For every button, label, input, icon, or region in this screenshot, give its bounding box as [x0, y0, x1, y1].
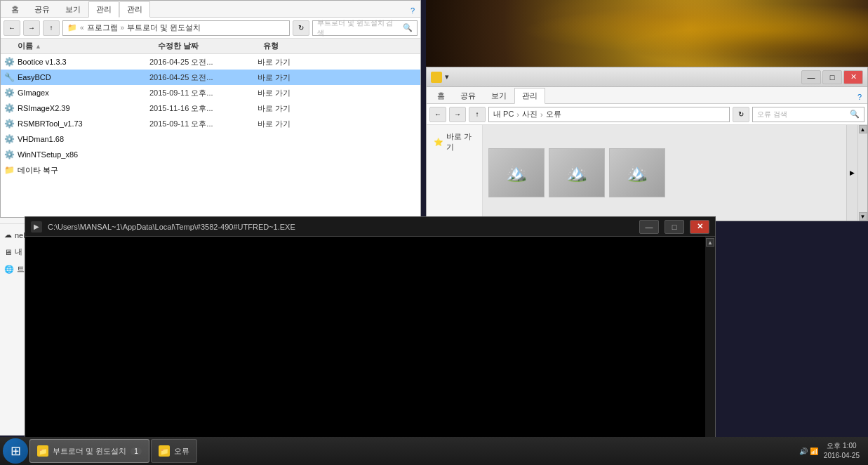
photo-tab-manage[interactable]: 관리	[514, 88, 545, 104]
photo-background-overlay	[426, 0, 868, 67]
file-row-winntsetup[interactable]: ⚙️ WinNTSetup_x86	[1, 147, 420, 162]
photo-back-button[interactable]: ←	[429, 107, 446, 122]
photo-sidebar-item-shortcut[interactable]: ⭐ 바로 가기	[429, 128, 479, 156]
search-icon: 🔍	[403, 23, 413, 32]
photo-close-button[interactable]: ✕	[843, 70, 863, 84]
pc-icon: 🖥	[4, 248, 12, 256]
file-icon-vhdman: ⚙️	[4, 133, 15, 145]
search-box[interactable]: 부트로더 및 윈도설치 검색 🔍	[312, 20, 418, 36]
tab-share[interactable]: 공유	[27, 1, 58, 17]
forward-button[interactable]: →	[23, 20, 40, 36]
address-path[interactable]: 📁 « 프로그램 » 부트로더 및 윈도설치	[62, 20, 290, 36]
taskbar-clock[interactable]: 오후 1:00 2016-04-25	[824, 441, 860, 461]
tab-manage1[interactable]: 관리	[88, 1, 119, 18]
photo-path-photos: 사진	[522, 109, 538, 119]
terminal-body[interactable]: ▲ ▼	[25, 237, 715, 461]
photo-forward-button[interactable]: →	[449, 107, 466, 122]
photo-address-path[interactable]: 내 PC › 사진 › 오류	[488, 107, 730, 122]
file-row-bootice[interactable]: ⚙️ Bootice v1.3.3 2016-04-25 오전... 바로 가기	[1, 54, 420, 70]
taskbar-item-bootloader[interactable]: 📁 부트로더 및 윈도설치 1	[29, 439, 149, 463]
file-type-rsimagex: 바로 가기	[258, 103, 314, 114]
terminal-close-button[interactable]: ✕	[690, 220, 709, 234]
photo-up-button[interactable]: ↑	[469, 107, 486, 122]
photo-tab-home[interactable]: 홈	[429, 88, 453, 103]
taskbar-item-error[interactable]: 📁 오류	[151, 439, 197, 463]
file-row-gimagex[interactable]: ⚙️ GImagex 2015-09-11 오후... 바로 가기	[1, 85, 420, 100]
photo-sidebar: ⭐ 바로 가기	[427, 125, 483, 221]
col-header-type[interactable]: 유형	[263, 41, 319, 51]
file-type-gimagex: 바로 가기	[258, 88, 314, 98]
file-icon-gimagex: ⚙️	[4, 87, 15, 98]
help-button[interactable]: ?	[405, 4, 420, 17]
search-placeholder-text: 부트로더 및 윈도설치 검색	[317, 18, 400, 38]
file-icon-rsmbrtool: ⚙️	[4, 118, 15, 129]
col-header-name[interactable]: 이름 ▲	[18, 41, 158, 51]
photo-address-bar: ← → ↑ 내 PC › 사진 › 오류 ↻ 오류 검색 🔍	[427, 104, 867, 125]
photo-tab-view[interactable]: 보기	[483, 88, 514, 103]
photo-scroll-arrow: ▶	[850, 169, 855, 176]
photo-path-pc: 내 PC	[493, 109, 514, 119]
photo-scrollbar[interactable]: ▶	[846, 125, 857, 221]
photo-tab-share[interactable]: 공유	[453, 88, 483, 103]
photo-refresh-button[interactable]: ↻	[733, 107, 749, 122]
cloud-icon: ☁	[4, 230, 12, 240]
photo-title-buttons: — □ ✕	[801, 70, 863, 84]
file-row-easybcd[interactable]: 🔧 EasyBCD 2016-04-25 오전... 바로 가기	[1, 70, 420, 85]
terminal-scrollbar[interactable]: ▲ ▼	[705, 237, 715, 461]
main-file-explorer: 홈 공유 보기 관리 관리 ? ← → ↑ 📁 « 프로그램 » 부트로더 및 …	[0, 0, 421, 218]
terminal-title-text: C:\Users\MANSAL~1\AppData\Local\Temp\#35…	[48, 223, 634, 231]
file-name-gimagex: GImagex	[18, 89, 147, 97]
terminal-scroll-up-button[interactable]: ▲	[706, 238, 714, 247]
file-icon-easybcd: 🔧	[4, 72, 15, 83]
main-address-bar: ← → ↑ 📁 « 프로그램 » 부트로더 및 윈도설치 ↻ 부트로더 및 윈도…	[1, 18, 420, 39]
file-name-bootice: Bootice v1.3.3	[18, 58, 147, 66]
file-icon-winntsetup: ⚙️	[4, 149, 15, 160]
thumb-2-icon: 🏔️	[566, 163, 587, 183]
photo-minimize-button[interactable]: —	[801, 70, 821, 84]
file-type-rsmbrtool: 바로 가기	[258, 119, 314, 129]
file-date-rsimagex: 2015-11-16 오후...	[149, 103, 255, 114]
tab-home[interactable]: 홈	[4, 1, 27, 17]
taskbar-label-bootloader: 부트로더 및 윈도설치	[53, 446, 126, 457]
terminal-minimize-button[interactable]: —	[639, 220, 659, 234]
breadcrumb-icon: 📁	[67, 23, 77, 32]
file-name-rsimagex: RSImageX2.39	[18, 104, 147, 112]
col-header-date[interactable]: 수정한 날짜	[158, 41, 263, 51]
photo-thumb-2[interactable]: 🏔️	[549, 148, 605, 197]
photo-thumb-3[interactable]: 🏔️	[609, 148, 665, 197]
taskbar-folder-icon-bootloader: 📁	[37, 445, 48, 457]
main-ribbon-tabs: 홈 공유 보기 관리 관리 ?	[1, 1, 420, 18]
photo-scroll-up[interactable]: ▲	[859, 125, 867, 133]
file-name-vhdman: VHDman1.68	[18, 135, 147, 143]
photo-ribbon-tabs: 홈 공유 보기 관리 ?	[427, 87, 867, 104]
photo-title-separator: ▾	[445, 72, 449, 81]
back-button[interactable]: ←	[4, 20, 20, 36]
photo-search-box[interactable]: 오류 검색 🔍	[752, 107, 864, 122]
start-button[interactable]: ⊞	[3, 438, 28, 464]
file-date-easybcd: 2016-04-25 오전...	[149, 72, 255, 83]
photo-vertical-scrollbar[interactable]: ▲ ▼	[857, 125, 867, 221]
file-row-rsimagex[interactable]: ⚙️ RSImageX2.39 2015-11-16 오후... 바로 가기	[1, 100, 420, 116]
tray-icons: 🔊 📶	[799, 447, 818, 455]
file-row-datarecovery[interactable]: 📁 데이타 복구	[1, 162, 420, 178]
tab-manage2[interactable]: 관리	[119, 1, 150, 18]
column-headers: 이름 ▲ 수정한 날짜 유형	[1, 39, 420, 54]
terminal-maximize-button[interactable]: □	[665, 220, 684, 234]
file-row-rsmbrtool[interactable]: ⚙️ RSMBRTool_v1.73 2015-09-11 오후... 바로 가…	[1, 116, 420, 131]
photo-help-button[interactable]: ?	[852, 91, 867, 103]
sort-arrow-name: ▲	[35, 43, 41, 50]
up-button[interactable]: ↑	[43, 20, 60, 36]
photo-thumb-1[interactable]: 🏔️	[488, 148, 545, 197]
clock-time: 오후 1:00	[824, 441, 860, 451]
file-name-datarecovery: 데이타 복구	[18, 165, 147, 176]
file-icon-datarecovery: 📁	[4, 164, 15, 176]
thumb-1-icon: 🏔️	[506, 163, 527, 183]
photo-titlebar: ▾ — □ ✕	[427, 67, 867, 87]
refresh-button[interactable]: ↻	[293, 20, 309, 36]
tab-view[interactable]: 보기	[58, 1, 88, 17]
photo-scroll-down[interactable]: ▼	[859, 212, 867, 221]
photo-thumbnails-area: 🏔️ 🏔️ 🏔️ ▶	[483, 125, 857, 221]
photo-maximize-button[interactable]: □	[822, 70, 842, 84]
file-row-vhdman[interactable]: ⚙️ VHDman1.68	[1, 131, 420, 147]
clock-date: 2016-04-25	[824, 451, 860, 461]
